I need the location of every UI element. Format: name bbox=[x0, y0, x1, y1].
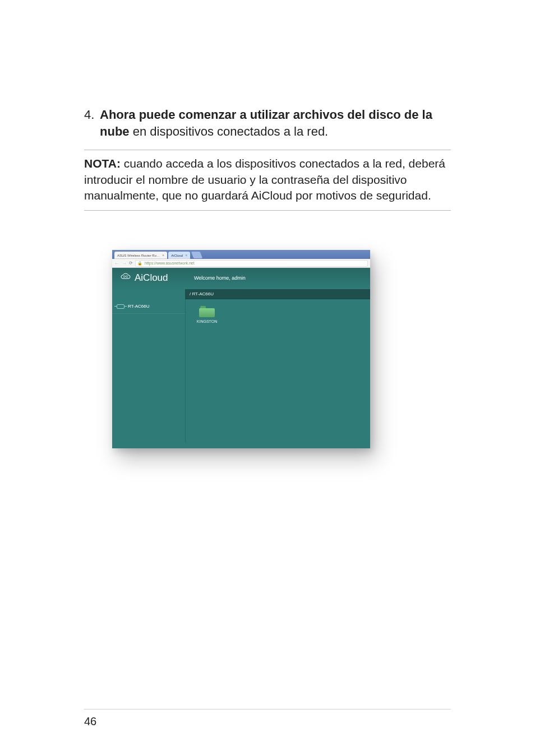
instruction-step: 4. Ahora puede comenzar a utilizar archi… bbox=[84, 106, 451, 140]
folder-kingston[interactable]: KINGSTON bbox=[190, 304, 224, 326]
aicloud-app: ((•)) AiCloud Welcome home, admin / RT-A… bbox=[112, 268, 370, 448]
sidebar-item-label: RT-AC66U bbox=[128, 304, 150, 309]
url-field[interactable]: 🔒 https://www.asusnetwork.net bbox=[135, 260, 368, 267]
cloud-icon: ((•)) bbox=[120, 272, 132, 284]
url-text: https://www.asusnetwork.net bbox=[145, 261, 195, 265]
sidebar: RT-AC66U bbox=[112, 299, 186, 443]
main-pane: KINGSTON bbox=[186, 299, 370, 443]
aicloud-header: ((•)) AiCloud Welcome home, admin bbox=[112, 268, 370, 289]
browser-tab-aicloud[interactable]: AiCloud × bbox=[168, 252, 190, 259]
tab-label: ASUS Wireless Router Ro… bbox=[117, 254, 160, 257]
aicloud-logo: ((•)) AiCloud bbox=[120, 272, 186, 284]
back-icon[interactable]: ← bbox=[114, 261, 119, 266]
note-label: NOTA: bbox=[84, 157, 121, 170]
reload-icon[interactable]: ⟳ bbox=[129, 261, 133, 266]
close-icon[interactable]: × bbox=[185, 253, 187, 257]
browser-tab-asus-router[interactable]: ASUS Wireless Router Ro… × bbox=[114, 252, 167, 259]
tab-label: AiCloud bbox=[171, 254, 183, 257]
page-number: 46 bbox=[84, 715, 96, 727]
breadcrumb[interactable]: / RT-AC66U bbox=[185, 289, 370, 299]
sidebar-item-device[interactable]: RT-AC66U bbox=[112, 299, 185, 314]
svg-text:((•)): ((•)) bbox=[123, 275, 128, 278]
aicloud-screenshot: ASUS Wireless Router Ro… × AiCloud × ← →… bbox=[112, 250, 370, 448]
page-footer: 46 bbox=[84, 709, 451, 728]
lock-icon: 🔒 bbox=[137, 261, 142, 265]
welcome-text: Welcome home, admin bbox=[186, 275, 246, 281]
new-tab-button[interactable] bbox=[191, 252, 202, 258]
close-icon[interactable]: × bbox=[162, 253, 164, 257]
folder-label: KINGSTON bbox=[197, 319, 217, 323]
browser-tabstrip: ASUS Wireless Router Ro… × AiCloud × bbox=[112, 250, 370, 259]
logo-text: AiCloud bbox=[135, 272, 168, 284]
folder-icon bbox=[199, 306, 215, 317]
instruction-body: Ahora puede comenzar a utilizar archivos… bbox=[100, 106, 451, 140]
router-icon bbox=[117, 304, 124, 309]
note-box: NOTA: cuando acceda a los dispositivos c… bbox=[84, 150, 451, 211]
forward-icon[interactable]: → bbox=[122, 261, 127, 266]
browser-address-bar: ← → ⟳ 🔒 https://www.asusnetwork.net bbox=[112, 259, 370, 268]
note-text: cuando acceda a los dispositivos conecta… bbox=[84, 157, 445, 202]
instruction-rest: en dispositivos conectados a la red. bbox=[133, 124, 329, 138]
instruction-number: 4. bbox=[84, 106, 100, 123]
